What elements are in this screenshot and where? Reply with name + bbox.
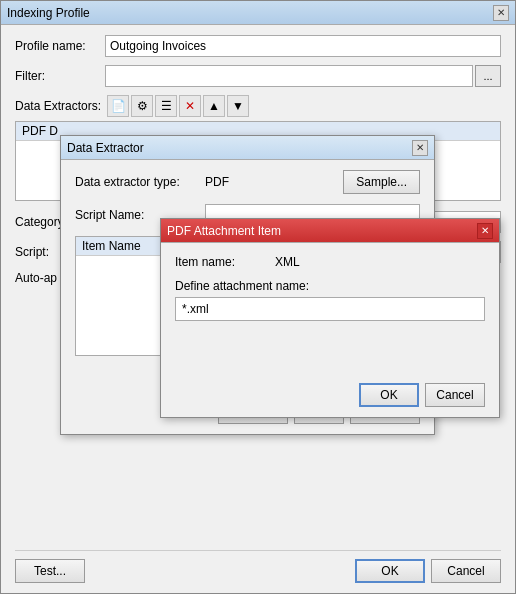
profile-name-input[interactable]: [105, 35, 501, 57]
pdf-attachment-input[interactable]: [175, 297, 485, 321]
close-icon: ✕: [497, 7, 505, 18]
pdf-define-label: Define attachment name:: [175, 279, 485, 293]
main-window-title: Indexing Profile: [7, 6, 90, 20]
data-extractors-header: Data Extractors: 📄 ⚙ ☰ ✕ ▲ ▼: [15, 95, 501, 117]
data-extractors-label: Data Extractors:: [15, 99, 101, 113]
profile-name-row: Profile name:: [15, 35, 501, 57]
filter-input[interactable]: [105, 65, 473, 87]
main-title-bar: Indexing Profile ✕: [1, 1, 515, 25]
data-extractors-settings-button[interactable]: ⚙: [131, 95, 153, 117]
de-close-icon: ✕: [416, 142, 424, 153]
main-test-button[interactable]: Test...: [15, 559, 85, 583]
data-extractors-new-button[interactable]: 📄: [107, 95, 129, 117]
de-sample-button[interactable]: Sample...: [343, 170, 420, 194]
pdf-item-name-row: Item name: XML: [175, 255, 485, 269]
de-type-value: PDF: [205, 175, 229, 189]
de-close-button[interactable]: ✕: [412, 140, 428, 156]
pdf-close-button[interactable]: ✕: [477, 223, 493, 239]
gear-icon: ⚙: [137, 99, 148, 113]
new-doc-icon: 📄: [111, 99, 126, 113]
down-icon: ▼: [232, 99, 244, 113]
data-extractors-up-button[interactable]: ▲: [203, 95, 225, 117]
pdf-bottom-buttons: OK Cancel: [359, 383, 485, 407]
data-extractors-list-button[interactable]: ☰: [155, 95, 177, 117]
pdf-window-title: PDF Attachment Item: [167, 224, 281, 238]
main-close-button[interactable]: ✕: [493, 5, 509, 21]
pdf-content-area: Item name: XML Define attachment name: O…: [161, 243, 499, 417]
pdf-cancel-button[interactable]: Cancel: [425, 383, 485, 407]
pdf-title-bar: PDF Attachment Item ✕: [161, 219, 499, 243]
pdf-item-name-label: Item name:: [175, 255, 275, 269]
de-type-row: Data extractor type: PDF Sample...: [75, 170, 420, 194]
filter-row: Filter: ...: [15, 65, 501, 87]
list-icon: ☰: [161, 99, 172, 113]
de-type-label: Data extractor type:: [75, 175, 205, 189]
pdf-close-icon: ✕: [481, 225, 489, 236]
main-cancel-button[interactable]: Cancel: [431, 559, 501, 583]
pdf-define-section: Define attachment name:: [175, 279, 485, 321]
main-ok-cancel-group: OK Cancel: [355, 559, 501, 583]
filter-label: Filter:: [15, 69, 105, 83]
data-extractors-delete-button[interactable]: ✕: [179, 95, 201, 117]
up-icon: ▲: [208, 99, 220, 113]
main-ok-button[interactable]: OK: [355, 559, 425, 583]
delete-icon: ✕: [185, 99, 195, 113]
pdf-attachment-window: PDF Attachment Item ✕ Item name: XML Def…: [160, 218, 500, 418]
de-title-bar: Data Extractor ✕: [61, 136, 434, 160]
data-extractors-down-button[interactable]: ▼: [227, 95, 249, 117]
profile-name-label: Profile name:: [15, 39, 105, 53]
pdf-ok-button[interactable]: OK: [359, 383, 419, 407]
main-bottom-buttons: Test... OK Cancel: [15, 550, 501, 583]
de-window-title: Data Extractor: [67, 141, 144, 155]
pdf-item-name-value: XML: [275, 255, 300, 269]
filter-browse-button[interactable]: ...: [475, 65, 501, 87]
